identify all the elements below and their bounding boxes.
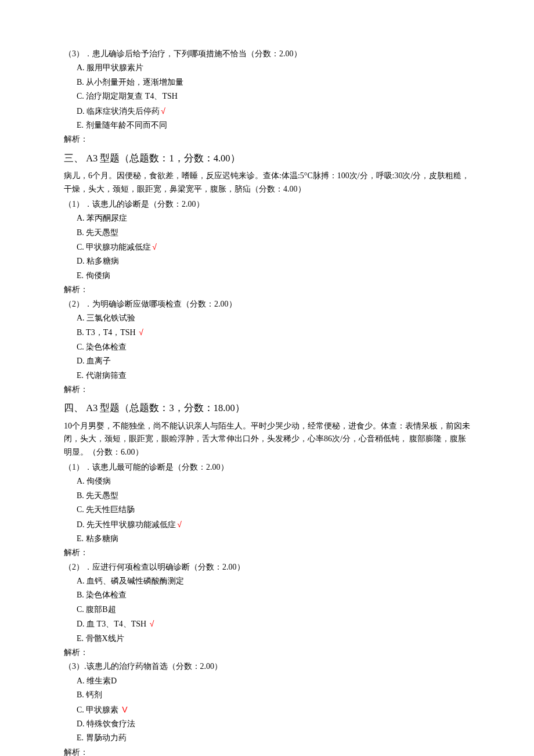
analysis-label: 解析： <box>64 283 470 296</box>
analysis-label: 解析： <box>64 133 470 146</box>
option-a: A. 佝偻病 <box>77 475 470 488</box>
option-a: A. 三氯化铁试验 <box>77 312 470 325</box>
option-d: D. 先天性甲状腺功能减低症√ <box>77 518 470 531</box>
section-3-header: 三、 A3 型题（总题数：1，分数：4.00） <box>64 151 470 166</box>
option-b: B. 钙剂 <box>77 689 470 701</box>
option-c: C. 染色体检查 <box>77 341 470 354</box>
option-b: B. T3，T4，TSH √ <box>77 326 470 339</box>
option-c: C. 先天性巨结肠 <box>77 503 470 516</box>
case-description: 10个月男婴，不能独坐，尚不能认识亲人与陌生人。平时少哭少动，经常便秘，进食少。… <box>64 420 470 459</box>
option-e: E. 剂量随年龄不同而不同 <box>77 119 470 132</box>
option-d: D. 临床症状消失后停药√ <box>77 105 470 118</box>
option-a: A. 血钙、磷及碱性磷酸酶测定 <box>77 575 470 588</box>
option-e: E. 粘多糖病 <box>77 532 470 545</box>
question-header: （2）．应进行何项检查以明确诊断（分数：2.00） <box>64 561 470 574</box>
option-e: E. 佝偻病 <box>77 269 470 282</box>
option-e: E. 代谢病筛查 <box>77 369 470 382</box>
option-b: B. 从小剂量开始，逐渐增加量 <box>77 76 470 89</box>
option-c: C. 甲状腺功能减低症√ <box>77 240 470 254</box>
option-d-text: D. 先天性甲状腺功能减低症 <box>77 520 176 529</box>
question-header: （3）.该患儿的治疗药物首选（分数：2.00） <box>64 660 470 673</box>
correct-mark-icon: √ <box>152 242 157 251</box>
question-header: （1）．该患儿最可能的诊断是（分数：2.00） <box>64 461 470 474</box>
correct-mark-icon: √ <box>161 106 165 116</box>
option-d: D. 血离子 <box>77 355 470 368</box>
option-b: B. 染色体检查 <box>77 589 470 602</box>
option-a: A. 服用甲状腺素片 <box>77 62 470 74</box>
analysis-label: 解析： <box>64 646 470 659</box>
correct-mark-icon: √ <box>150 619 154 628</box>
option-c: C. 治疗期定期复查 T4、TSH <box>77 90 470 103</box>
option-e: E. 骨骼X线片 <box>77 632 470 645</box>
option-d: D. 特殊饮食疗法 <box>77 718 470 730</box>
section-4-header: 四、 A3 型题（总题数：3，分数：18.00） <box>64 401 470 416</box>
option-d: D. 血 T3、T4、TSH √ <box>77 617 470 631</box>
case-description: 病儿，6个月。因便秘，食欲差，嗜睡，反应迟钝来诊。查体:体温:5°C脉搏：100… <box>64 170 470 196</box>
option-b-text: B. T3，T4，TSH <box>77 328 138 337</box>
option-b: B. 先天愚型 <box>77 226 470 239</box>
correct-mark-icon: V <box>120 705 127 714</box>
option-c: C. 甲状腺素 V <box>77 703 470 717</box>
question-header: （3）．患儿确诊后给予治疗，下列哪项措施不恰当（分数：2.00） <box>64 48 470 60</box>
correct-mark-icon: √ <box>139 327 143 337</box>
option-a: A. 苯丙酮尿症 <box>77 212 470 225</box>
option-c-text: C. 甲状腺素 <box>77 705 118 714</box>
option-c-text: C. 甲状腺功能减低症 <box>77 243 151 251</box>
question-header: （2）．为明确诊断应做哪项检查（分数：2.00） <box>64 298 470 311</box>
analysis-label: 解析： <box>64 383 470 396</box>
option-b: B. 先天愚型 <box>77 489 470 502</box>
option-c: C. 腹部B超 <box>77 603 470 616</box>
correct-mark-icon: √ <box>177 520 182 529</box>
question-header: （1）．该患儿的诊断是（分数：2.00） <box>64 198 470 211</box>
option-e: E. 胃肠动力药 <box>77 732 470 744</box>
option-d-text: D. 临床症状消失后停药 <box>77 107 160 116</box>
analysis-label: 解析： <box>64 546 470 559</box>
analysis-label: 解析： <box>64 746 470 756</box>
option-d: D. 粘多糖病 <box>77 255 470 268</box>
option-d-text: D. 血 T3、T4、TSH <box>77 620 149 628</box>
option-a: A. 维生素D <box>77 675 470 687</box>
